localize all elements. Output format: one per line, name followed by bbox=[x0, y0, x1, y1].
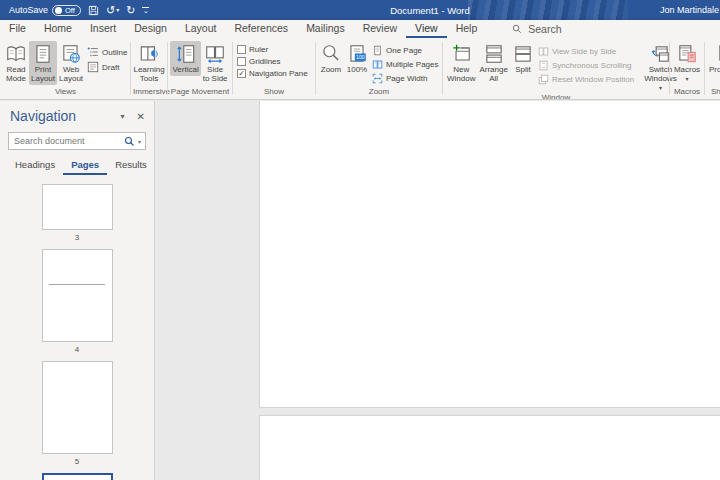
page-thumbnail[interactable] bbox=[42, 249, 113, 342]
document-page-2[interactable] bbox=[259, 415, 720, 480]
outline-label: Outline bbox=[102, 48, 127, 57]
autosave-pill: Off bbox=[52, 5, 81, 16]
draft-button[interactable]: Draft bbox=[87, 61, 127, 73]
zoom-100-button[interactable]: 100 100% bbox=[344, 41, 370, 76]
zoom-icon bbox=[320, 43, 342, 65]
multiple-pages-icon bbox=[372, 59, 383, 70]
navigation-pane-checkbox[interactable]: ✓ Navigation Pane bbox=[237, 69, 308, 78]
thumbnail-text-line bbox=[49, 284, 106, 285]
document-search-dropdown-icon[interactable]: ▾ bbox=[138, 138, 141, 145]
gridlines-checkbox[interactable]: Gridlines bbox=[237, 57, 308, 66]
tab-view[interactable]: View bbox=[406, 20, 447, 38]
ruler-checkbox-box bbox=[237, 45, 246, 54]
zoom-100-label: 100% bbox=[347, 66, 367, 75]
tab-review[interactable]: Review bbox=[354, 20, 406, 38]
gridlines-label: Gridlines bbox=[249, 57, 281, 66]
page-thumbnail-item: 5 bbox=[42, 361, 113, 473]
vertical-button[interactable]: Vertical bbox=[170, 41, 200, 76]
one-page-button[interactable]: One Page bbox=[372, 45, 438, 56]
one-page-icon bbox=[372, 45, 383, 56]
split-button[interactable]: Split bbox=[510, 41, 536, 76]
document-search-input[interactable] bbox=[14, 136, 121, 146]
multiple-pages-button[interactable]: Multiple Pages bbox=[372, 59, 438, 70]
navigation-pane-header: Navigation ▾ ✕ bbox=[0, 101, 154, 127]
document-search-icon[interactable] bbox=[124, 136, 135, 147]
read-mode-button[interactable]: Read Mode bbox=[3, 41, 29, 85]
navigation-pane-menu-icon[interactable]: ▾ bbox=[121, 112, 125, 121]
properties-button[interactable]: Properties bbox=[707, 41, 720, 76]
view-side-by-side-icon bbox=[538, 46, 549, 57]
properties-label: Properties bbox=[709, 66, 720, 75]
learning-tools-button[interactable]: Learning Tools bbox=[131, 41, 166, 85]
page-thumbnail-number: 5 bbox=[42, 457, 113, 466]
ruler-checkbox[interactable]: Ruler bbox=[237, 45, 308, 54]
arrange-all-button[interactable]: Arrange All bbox=[477, 41, 509, 85]
nav-tab-results[interactable]: Results bbox=[107, 157, 155, 175]
redo-glyph: ↻ bbox=[126, 5, 135, 16]
side-to-side-icon bbox=[204, 43, 226, 65]
tab-home[interactable]: Home bbox=[35, 20, 81, 38]
page-width-icon bbox=[372, 73, 383, 84]
split-label: Split bbox=[515, 66, 531, 75]
undo-glyph: ↺ bbox=[106, 5, 115, 16]
content-area: Navigation ▾ ✕ ▾ Headings Pages Results … bbox=[0, 101, 720, 480]
tab-references[interactable]: References bbox=[225, 20, 297, 38]
navigation-pane-label: Navigation Pane bbox=[249, 69, 308, 78]
search-box[interactable]: Search bbox=[512, 23, 561, 38]
macros-button[interactable]: Macros ▾ bbox=[672, 41, 702, 83]
page-thumbnail[interactable] bbox=[42, 184, 113, 230]
ribbon: Read Mode Print Layout Web Layout Outlin… bbox=[0, 38, 720, 100]
print-layout-label: Print Layout bbox=[31, 66, 55, 84]
navigation-pane-checkbox-box: ✓ bbox=[237, 69, 246, 78]
undo-dropdown-icon[interactable]: ▾ bbox=[116, 7, 119, 13]
save-icon[interactable] bbox=[88, 5, 99, 16]
autosave-toggle[interactable]: AutoSave Off bbox=[9, 5, 81, 16]
tab-mailings[interactable]: Mailings bbox=[297, 20, 354, 38]
tab-help[interactable]: Help bbox=[447, 20, 487, 38]
switch-windows-dropdown-icon: ▾ bbox=[659, 85, 662, 91]
view-side-by-side-label: View Side by Side bbox=[552, 47, 616, 56]
undo-icon[interactable]: ↺▾ bbox=[106, 5, 119, 16]
document-canvas[interactable] bbox=[155, 101, 720, 480]
new-window-icon bbox=[450, 43, 472, 65]
macros-icon bbox=[676, 43, 698, 65]
redo-icon[interactable]: ↻ bbox=[126, 5, 135, 16]
document-page-1[interactable] bbox=[259, 101, 720, 408]
web-layout-icon bbox=[60, 43, 82, 65]
nav-tab-headings[interactable]: Headings bbox=[7, 157, 63, 175]
arrange-all-label: Arrange All bbox=[479, 66, 507, 84]
titlebar: AutoSave Off ↺▾ ↻ ⌄ Document1 - Word Jon… bbox=[0, 0, 720, 20]
synchronous-scrolling-label: Synchronous Scrolling bbox=[552, 61, 632, 70]
group-label-views: Views bbox=[1, 86, 130, 99]
print-layout-icon bbox=[32, 43, 54, 65]
learning-tools-label: Learning Tools bbox=[133, 66, 164, 84]
zoom-100-icon: 100 bbox=[346, 43, 368, 65]
draft-icon bbox=[87, 61, 99, 73]
group-label-sharepoint: SharePoint bbox=[705, 86, 720, 99]
window-title: Document1 - Word bbox=[140, 5, 720, 16]
tab-design[interactable]: Design bbox=[125, 20, 176, 38]
new-window-button[interactable]: New Window bbox=[445, 41, 477, 85]
page-width-label: Page Width bbox=[386, 74, 427, 83]
navigation-pane-close-icon[interactable]: ✕ bbox=[137, 111, 145, 122]
web-layout-button[interactable]: Web Layout bbox=[57, 41, 85, 85]
nav-tab-pages[interactable]: Pages bbox=[63, 157, 107, 175]
tab-layout[interactable]: Layout bbox=[176, 20, 226, 38]
group-page-movement: Vertical Side to Side Page Movement bbox=[168, 38, 232, 99]
ruler-label: Ruler bbox=[249, 45, 268, 54]
tab-file[interactable]: File bbox=[0, 20, 35, 38]
side-to-side-button[interactable]: Side to Side bbox=[201, 41, 230, 85]
page-width-button[interactable]: Page Width bbox=[372, 73, 438, 84]
page-thumbnail[interactable] bbox=[42, 361, 113, 454]
document-search-box[interactable]: ▾ bbox=[8, 132, 146, 150]
outline-button[interactable]: Outline bbox=[87, 46, 127, 58]
print-layout-button[interactable]: Print Layout bbox=[29, 41, 57, 85]
zoom-button[interactable]: Zoom bbox=[318, 41, 344, 76]
reset-window-position-icon bbox=[538, 74, 549, 85]
page-thumbnail[interactable] bbox=[42, 473, 113, 480]
tab-insert[interactable]: Insert bbox=[81, 20, 125, 38]
svg-text:100: 100 bbox=[356, 54, 365, 60]
user-name[interactable]: Jon Martindale bbox=[660, 5, 720, 15]
group-label-show: Show bbox=[233, 86, 315, 99]
gridlines-checkbox-box bbox=[237, 57, 246, 66]
